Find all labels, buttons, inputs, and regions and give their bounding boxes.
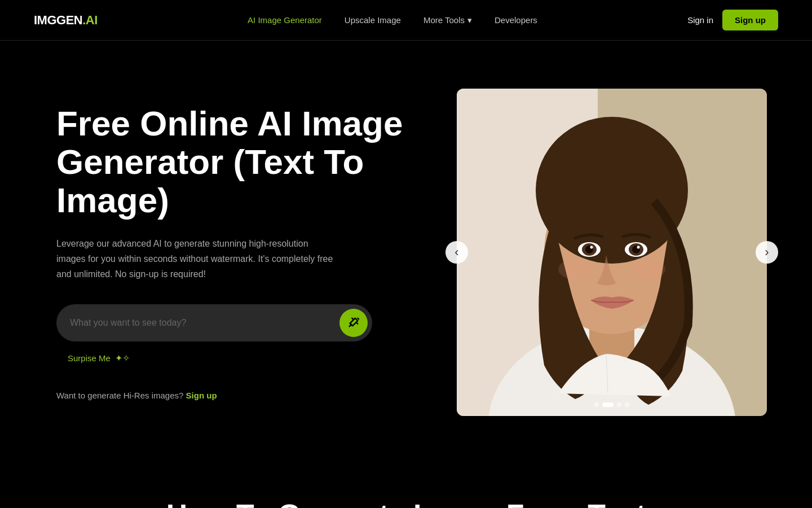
hero-right: ‹ › <box>457 89 767 416</box>
carousel-prev-button[interactable]: ‹ <box>445 241 468 264</box>
nav-links: AI Image Generator Upscale Image More To… <box>248 15 537 25</box>
surprise-row: Surpise Me ✦✧ <box>68 353 406 364</box>
hero-section: Free Online AI Image Generator (Text To … <box>0 41 812 464</box>
bottom-section: How To Generate Image From Text <box>0 464 812 508</box>
carousel-dots <box>594 402 629 407</box>
surprise-me-link[interactable]: Surpise Me <box>68 353 111 363</box>
svg-point-17 <box>637 246 640 249</box>
svg-point-18 <box>558 259 592 279</box>
next-arrow-icon: › <box>765 246 769 259</box>
prev-arrow-icon: ‹ <box>454 246 458 259</box>
carousel-portrait <box>457 89 767 416</box>
svg-point-19 <box>632 259 665 279</box>
sparkle-icon: ✦✧ <box>115 353 130 364</box>
wand-icon <box>347 316 360 330</box>
nav-actions: Sign in Sign up <box>687 10 778 30</box>
carousel-dot-2[interactable] <box>617 402 621 407</box>
svg-point-9 <box>536 117 688 264</box>
hires-prompt: Want to generate Hi-Res images? Sign up <box>56 391 406 400</box>
navbar: IMGGEN.AI AI Image Generator Upscale Ima… <box>0 0 812 41</box>
logo[interactable]: IMGGEN.AI <box>34 13 98 28</box>
hero-subtitle: Leverage our advanced AI to generate stu… <box>56 236 338 282</box>
svg-line-2 <box>357 322 358 323</box>
carousel-dot-0[interactable] <box>594 402 599 407</box>
svg-point-13 <box>590 246 593 249</box>
carousel-dot-3[interactable] <box>625 402 629 407</box>
chevron-down-icon: ▾ <box>467 15 472 25</box>
carousel-dot-1[interactable] <box>602 402 614 407</box>
carousel-next-button[interactable]: › <box>756 241 778 264</box>
search-input[interactable] <box>70 318 339 328</box>
nav-link-ai-image-generator[interactable]: AI Image Generator <box>248 15 322 25</box>
hires-signup-link[interactable]: Sign up <box>186 391 217 400</box>
nav-link-more-tools[interactable]: More Tools ▾ <box>423 15 472 25</box>
image-carousel <box>457 89 767 416</box>
logo-text: IMGGEN.AI <box>34 13 98 27</box>
generate-button[interactable] <box>339 309 368 337</box>
bottom-title: How To Generate Image From Text <box>0 498 812 508</box>
signup-button[interactable]: Sign up <box>722 10 778 30</box>
svg-line-0 <box>350 324 352 326</box>
nav-link-upscale-image[interactable]: Upscale Image <box>345 15 401 25</box>
signin-button[interactable]: Sign in <box>687 15 713 25</box>
hero-left: Free Online AI Image Generator (Text To … <box>56 104 406 400</box>
svg-line-3 <box>358 318 359 319</box>
nav-link-developers[interactable]: Developers <box>495 15 537 25</box>
svg-line-1 <box>352 318 353 319</box>
search-container <box>56 304 372 341</box>
hero-title: Free Online AI Image Generator (Text To … <box>56 104 406 220</box>
